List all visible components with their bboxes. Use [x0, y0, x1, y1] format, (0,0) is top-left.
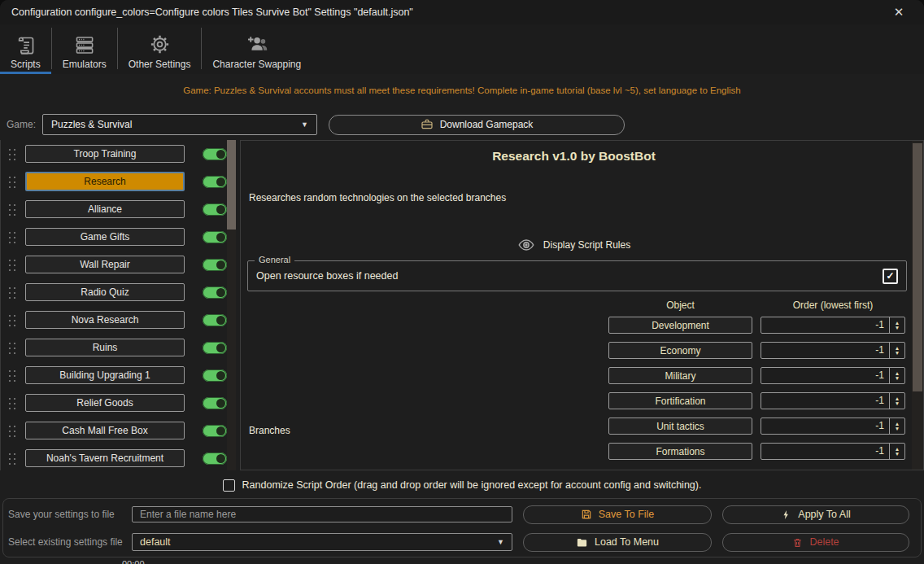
- spinner-down-icon[interactable]: ▼: [895, 426, 900, 431]
- order-value: -1: [761, 418, 889, 434]
- branch-button[interactable]: Military: [608, 367, 752, 384]
- drag-handle-icon[interactable]: [7, 424, 17, 438]
- script-button[interactable]: Noah's Tavern Recruitment: [25, 449, 185, 467]
- sidebar-scrollbar[interactable]: [227, 140, 236, 470]
- order-spinner[interactable]: -1 ▲▼: [761, 443, 905, 460]
- display-script-rules[interactable]: Display Script Rules: [241, 236, 907, 254]
- drag-handle-icon[interactable]: [7, 258, 17, 272]
- order-value: -1: [761, 343, 889, 358]
- spinner-down-icon[interactable]: ▼: [895, 376, 900, 381]
- object-header: Object: [608, 299, 752, 311]
- drag-handle-icon[interactable]: [7, 313, 17, 327]
- drag-handle-icon[interactable]: [7, 452, 17, 466]
- drag-handle-icon[interactable]: [7, 175, 17, 189]
- order-spinner[interactable]: -1 ▲▼: [761, 317, 905, 334]
- order-spinner[interactable]: -1 ▲▼: [761, 342, 905, 359]
- script-toggle[interactable]: [203, 286, 227, 299]
- script-title: Research v1.0 by BoostBot: [241, 149, 907, 164]
- save-to-file-label: Save To File: [599, 509, 655, 520]
- general-groupbox: General Open resource boxes if needed ✓: [247, 260, 907, 291]
- script-button[interactable]: Radio Quiz: [25, 283, 185, 301]
- branch-button[interactable]: Unit tactics: [608, 418, 752, 435]
- order-spinner[interactable]: -1 ▲▼: [761, 367, 905, 384]
- apply-to-all-button[interactable]: Apply To All: [722, 505, 909, 524]
- lightning-icon: [781, 509, 791, 520]
- script-toggle[interactable]: [203, 203, 227, 216]
- drag-handle-icon[interactable]: [7, 369, 17, 383]
- drag-handle-icon[interactable]: [7, 286, 17, 299]
- drag-handle-icon[interactable]: [7, 341, 17, 355]
- tab-other-settings[interactable]: Other Settings: [118, 24, 202, 74]
- toggle-knob: [216, 399, 225, 408]
- tab-emulators[interactable]: Emulators: [52, 24, 117, 74]
- script-button[interactable]: Cash Mall Free Box: [25, 422, 185, 439]
- tab-scripts[interactable]: Scripts: [0, 24, 51, 74]
- branch-button[interactable]: Fortification: [608, 392, 752, 409]
- script-button[interactable]: Alliance: [25, 200, 185, 218]
- spinner-down-icon[interactable]: ▼: [895, 326, 900, 330]
- main-scrollbar[interactable]: [912, 141, 923, 470]
- script-button[interactable]: Ruins: [25, 339, 185, 356]
- branch-row: Fortification -1 ▲▼: [608, 392, 905, 409]
- randomize-checkbox[interactable]: [223, 479, 235, 492]
- spinner-down-icon[interactable]: ▼: [895, 401, 900, 406]
- order-spinner[interactable]: -1 ▲▼: [761, 418, 905, 435]
- script-toggle[interactable]: [203, 342, 227, 354]
- script-button[interactable]: Game Gifts: [25, 228, 185, 246]
- download-gamepack-button[interactable]: Download Gamepack: [329, 115, 625, 135]
- settings-file-select[interactable]: default ▼: [132, 533, 512, 551]
- script-button[interactable]: Relief Goods: [25, 394, 185, 412]
- tab-bar: Scripts Emulators: [0, 24, 924, 74]
- spinner-down-icon[interactable]: ▼: [895, 351, 900, 356]
- load-to-menu-button[interactable]: Load To Menu: [523, 533, 712, 552]
- script-settings-panel: Research v1.0 by BoostBot Researches ran…: [240, 140, 924, 470]
- chevron-down-icon: ▼: [301, 120, 308, 129]
- script-toggle[interactable]: [203, 425, 227, 437]
- toggle-knob: [216, 454, 225, 463]
- save-to-file-button[interactable]: Save To File: [523, 505, 712, 524]
- open-resource-boxes-checkbox[interactable]: ✓: [883, 269, 898, 284]
- script-button[interactable]: Building Upgrading 1: [25, 366, 185, 384]
- sidebar-scrollbar-thumb[interactable]: [227, 140, 236, 230]
- filename-input[interactable]: [132, 506, 512, 522]
- script-toggle[interactable]: [203, 259, 227, 271]
- spinner-arrows[interactable]: ▲▼: [889, 343, 904, 358]
- drag-handle-icon[interactable]: [7, 230, 17, 244]
- script-toggle[interactable]: [203, 231, 227, 243]
- script-row: Relief Goods: [1, 389, 240, 417]
- script-toggle[interactable]: [203, 176, 227, 188]
- script-toggle[interactable]: [203, 148, 227, 160]
- script-button[interactable]: Wall Repair: [25, 256, 185, 273]
- script-button-selected[interactable]: Research: [25, 172, 185, 191]
- order-spinner[interactable]: -1 ▲▼: [761, 392, 905, 409]
- script-row: Building Upgrading 1: [1, 361, 240, 389]
- branch-button[interactable]: Economy: [608, 342, 752, 359]
- close-icon[interactable]: ✕: [888, 4, 909, 20]
- spinner-arrows[interactable]: ▲▼: [889, 444, 904, 459]
- drag-handle-icon[interactable]: [7, 147, 17, 161]
- randomize-label: Randomize Script Order (drag and drop or…: [242, 479, 702, 491]
- spinner-arrows[interactable]: ▲▼: [889, 393, 904, 409]
- script-button[interactable]: Nova Research: [25, 311, 185, 329]
- drag-handle-icon[interactable]: [7, 203, 17, 216]
- drag-handle-icon[interactable]: [7, 396, 17, 410]
- clipped-bottom-text: 00:00: [122, 559, 145, 564]
- game-select[interactable]: Puzzles & Survival ▼: [42, 114, 317, 135]
- script-toggle[interactable]: [203, 369, 227, 382]
- script-button[interactable]: Troop Training: [25, 145, 185, 163]
- branch-button[interactable]: Development: [608, 317, 752, 334]
- script-toggle[interactable]: [203, 453, 227, 465]
- spinner-arrows[interactable]: ▲▼: [889, 418, 904, 434]
- game-select-value: Puzzles & Survival: [51, 119, 132, 130]
- toggle-knob: [216, 371, 225, 380]
- tab-character-swapping[interactable]: Character Swapping: [202, 24, 312, 74]
- spinner-down-icon[interactable]: ▼: [895, 452, 900, 457]
- spinner-arrows[interactable]: ▲▼: [889, 317, 904, 333]
- spinner-arrows[interactable]: ▲▼: [889, 368, 904, 383]
- branch-button[interactable]: Formations: [608, 443, 752, 460]
- script-toggle[interactable]: [203, 314, 227, 326]
- script-toggle[interactable]: [203, 397, 227, 409]
- branch-row: Development -1 ▲▼: [608, 317, 905, 334]
- delete-button[interactable]: Delete: [722, 533, 909, 552]
- main-scrollbar-thumb[interactable]: [913, 143, 922, 391]
